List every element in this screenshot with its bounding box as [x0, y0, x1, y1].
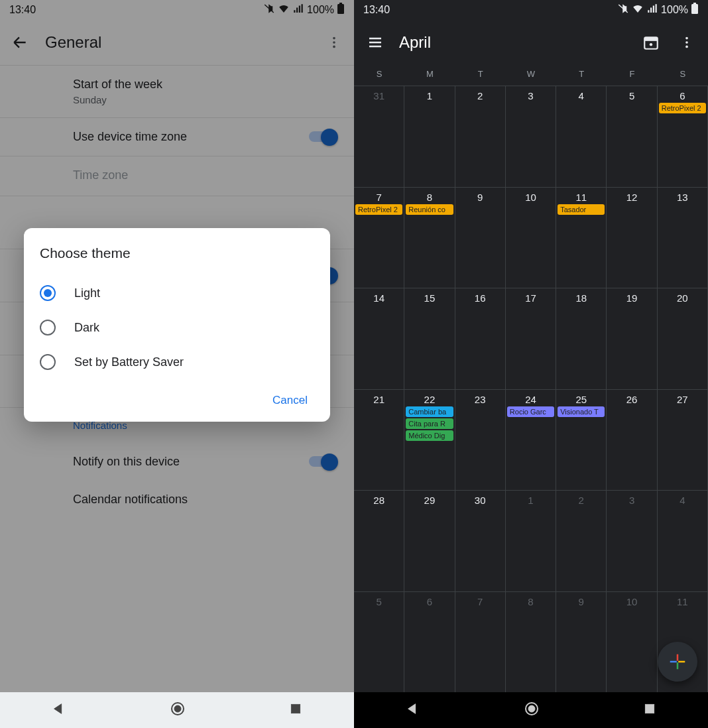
calendar-cell[interactable]: 20	[658, 288, 708, 389]
event-chip[interactable]: Visionado T	[558, 406, 605, 417]
nav-home-icon[interactable]	[170, 701, 186, 719]
day-number: 8	[506, 596, 556, 607]
svg-point-7	[174, 705, 181, 712]
event-chip[interactable]: Rocio Garc	[507, 406, 554, 417]
nav-recent-icon[interactable]	[643, 702, 656, 718]
calendar-cell[interactable]: 17	[506, 288, 556, 389]
calendar-cell[interactable]: 25Visionado T	[556, 389, 607, 491]
event-chip[interactable]: Cita para R	[406, 418, 453, 429]
svg-rect-10	[691, 4, 698, 14]
overflow-button[interactable]	[675, 30, 699, 54]
weekday-header: S M T W T F S	[354, 65, 708, 86]
calendar-cell[interactable]: 9	[455, 187, 506, 288]
theme-option-battery-saver[interactable]: Set by Battery Saver	[40, 345, 314, 379]
svg-point-15	[685, 37, 688, 40]
calendar-cell[interactable]: 11Tasador	[556, 187, 607, 288]
calendar-cell[interactable]: 1	[506, 490, 556, 591]
month-label[interactable]: April	[399, 33, 627, 52]
calendar-cell[interactable]: 14	[354, 288, 404, 389]
battery-icon	[691, 3, 699, 17]
radio-icon	[40, 320, 56, 335]
event-chip[interactable]: Reunión co	[406, 204, 453, 215]
status-bar: 13:40 100%	[354, 0, 708, 20]
calendar-cell[interactable]: 10	[506, 187, 556, 288]
calendar-cell[interactable]: 2	[455, 86, 506, 187]
calendar-cell[interactable]: 15	[404, 288, 455, 389]
event-chip[interactable]: Tasador	[558, 204, 605, 215]
calendar-cell[interactable]: 26	[607, 389, 657, 491]
nav-back-icon[interactable]	[52, 701, 66, 719]
day-number: 2	[556, 495, 606, 506]
radio-icon	[40, 285, 56, 301]
calendar-cell[interactable]: 31	[354, 86, 404, 187]
create-event-fab[interactable]	[658, 642, 697, 682]
calendar-cell[interactable]: 5	[354, 591, 404, 693]
event-chip[interactable]: RetroPixel 2	[355, 204, 402, 215]
calendar-cell[interactable]: 1	[404, 86, 455, 187]
day-number: 12	[607, 192, 656, 203]
calendar-cell[interactable]: 22Cambiar baCita para RMédico Dig	[404, 389, 455, 491]
calendar-cell[interactable]: 6	[404, 591, 455, 693]
calendar-cell[interactable]: 30	[455, 490, 506, 591]
calendar-cell[interactable]: 7	[455, 591, 506, 693]
weekday-label: S	[354, 69, 404, 79]
radio-icon	[40, 354, 56, 370]
day-number: 6	[658, 90, 707, 101]
calendar-cell[interactable]: 3	[607, 490, 657, 591]
day-number: 11	[556, 192, 606, 203]
calendar-cell[interactable]: 9	[556, 591, 607, 693]
calendar-cell[interactable]: 29	[404, 490, 455, 591]
calendar-cell[interactable]: 16	[455, 288, 506, 389]
cancel-button[interactable]: Cancel	[266, 389, 314, 412]
calendar-grid[interactable]: 31123456RetroPixel 27RetroPixel 28Reunió…	[354, 86, 708, 692]
day-number: 23	[455, 394, 505, 405]
today-button[interactable]	[639, 30, 663, 54]
svg-rect-24	[645, 704, 654, 713]
calendar-cell[interactable]: 2	[556, 490, 607, 591]
option-label: Set by Battery Saver	[74, 355, 184, 369]
calendar-cell[interactable]: 8Reunión co	[404, 187, 455, 288]
calendar-cell[interactable]: 18	[556, 288, 607, 389]
calendar-cell[interactable]: 21	[354, 389, 404, 491]
theme-option-light[interactable]: Light	[40, 276, 314, 310]
calendar-cell[interactable]: 19	[607, 288, 657, 389]
calendar-cell[interactable]: 28	[354, 490, 404, 591]
svg-rect-13	[644, 37, 658, 40]
svg-rect-11	[693, 3, 696, 5]
calendar-cell[interactable]: 6RetroPixel 2	[658, 86, 708, 187]
day-number: 19	[607, 292, 656, 304]
calendar-cell[interactable]: 5	[607, 86, 657, 187]
weekday-label: S	[658, 69, 708, 79]
calendar-cell[interactable]: 12	[607, 187, 657, 288]
menu-button[interactable]	[363, 30, 387, 54]
calendar-cell[interactable]: 7RetroPixel 2	[354, 187, 404, 288]
calendar-cell[interactable]: 24Rocio Garc	[506, 389, 556, 491]
day-number: 10	[506, 192, 556, 203]
nav-home-icon[interactable]	[524, 701, 540, 719]
svg-point-17	[685, 46, 688, 48]
calendar-cell[interactable]: 3	[506, 86, 556, 187]
calendar-cell[interactable]: 4	[658, 490, 708, 591]
calendar-cell[interactable]: 13	[658, 187, 708, 288]
calendar-cell[interactable]: 10	[607, 591, 657, 693]
day-number: 9	[455, 192, 505, 203]
event-chip[interactable]: Médico Dig	[406, 430, 453, 441]
theme-option-dark[interactable]: Dark	[40, 310, 314, 345]
day-number: 22	[404, 394, 454, 405]
day-number: 21	[354, 394, 404, 405]
day-number: 1	[404, 90, 454, 101]
calendar-cell[interactable]: 23	[455, 389, 506, 491]
svg-point-16	[685, 41, 688, 44]
calendar-cell[interactable]: 27	[658, 389, 708, 491]
battery-pct: 100%	[661, 4, 688, 16]
day-number: 16	[455, 292, 505, 304]
event-chip[interactable]: Cambiar ba	[406, 406, 453, 417]
event-chip[interactable]: RetroPixel 2	[659, 103, 706, 113]
nav-recent-icon[interactable]	[289, 702, 302, 718]
day-number: 3	[506, 90, 556, 101]
calendar-cell[interactable]: 4	[556, 86, 607, 187]
nav-back-icon[interactable]	[406, 701, 420, 719]
weekday-label: M	[404, 69, 455, 79]
day-number: 5	[607, 90, 656, 101]
calendar-cell[interactable]: 8	[506, 591, 556, 693]
